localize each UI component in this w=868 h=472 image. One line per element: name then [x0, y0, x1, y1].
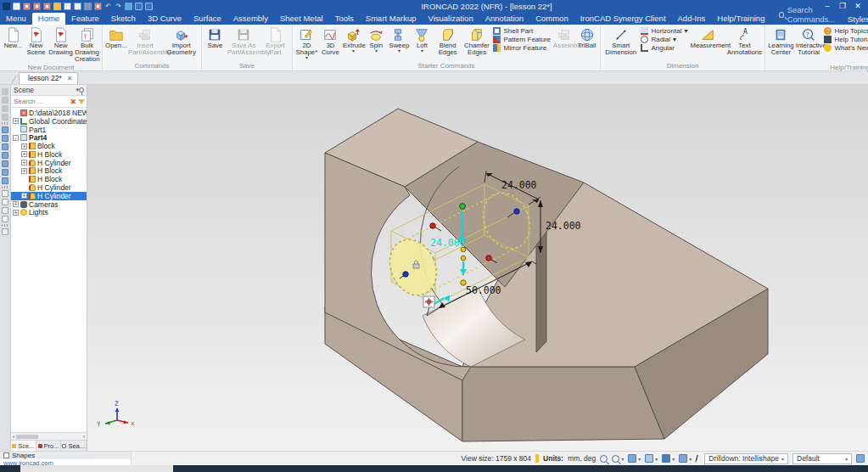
tree-item-block[interactable]: +Block	[11, 142, 87, 150]
config-icon[interactable]	[856, 454, 865, 463]
panel-tab-scene[interactable]: Sce...	[11, 441, 36, 451]
assemble-button[interactable]: Assemble	[552, 25, 575, 62]
handle-blue[interactable]	[403, 272, 408, 277]
shadow-toggle-icon[interactable]	[662, 454, 670, 463]
tab-smart-markup[interactable]: Smart Markup	[360, 13, 423, 25]
new-drawing-button[interactable]: New Drawing	[48, 25, 74, 64]
new-document-icon[interactable]	[13, 3, 20, 10]
tree-item-h-block[interactable]: +H Block	[11, 150, 87, 159]
catalog-tool-icon[interactable]	[2, 207, 8, 214]
learning-center-button[interactable]: Learning Center	[767, 25, 795, 64]
tab-visualization[interactable]: Visualization	[423, 13, 479, 25]
tab-sketch[interactable]: Sketch	[105, 13, 142, 25]
spin-button[interactable]: Spin▾	[365, 25, 388, 62]
catalog-shape-icon[interactable]	[2, 152, 8, 159]
resize-handle-green[interactable]	[460, 204, 466, 210]
3d-curve-button[interactable]: 3D Curve	[319, 25, 342, 62]
2d-shape-button[interactable]: 2D Shape*▾	[294, 25, 319, 62]
render-mode-icon[interactable]	[645, 454, 653, 463]
tree-item-h-cylinder[interactable]: H Cylinder	[11, 183, 87, 192]
catalog-shape-icon[interactable]	[2, 169, 8, 176]
catalog-shape-icon[interactable]	[2, 88, 8, 95]
tab-feature[interactable]: Feature	[65, 13, 105, 25]
shapes-bar[interactable]: Shapes	[0, 452, 131, 459]
open-button[interactable]: Open...	[104, 25, 127, 62]
tab-sheet-metal[interactable]: Sheet Metal	[274, 13, 329, 25]
scene-search-input[interactable]	[11, 98, 68, 105]
catalog-shape-icon[interactable]	[2, 143, 8, 150]
insert-part-assembly-button[interactable]: Insert Part/Assembly	[127, 25, 163, 62]
handle-yellow[interactable]	[461, 256, 466, 261]
radial-dimension-button[interactable]: Radial▾	[641, 36, 687, 43]
3d-viewport[interactable]: 24.000 24.000 50.000 24.000	[87, 85, 868, 451]
tab-tools[interactable]: Tools	[329, 13, 360, 25]
smart-dimension-button[interactable]: Smart Dimension	[602, 25, 639, 62]
import-geometry-button[interactable]: Import Geometry	[163, 25, 199, 62]
drilldown-dropdown[interactable]: Drilldown: Intellishape▾	[704, 453, 788, 464]
catalog-shape-icon[interactable]	[2, 160, 8, 167]
undo-icon[interactable]: ↶	[104, 3, 112, 10]
save-as-icon[interactable]	[74, 3, 81, 10]
tab-close-icon[interactable]: ✕	[67, 75, 73, 82]
snapshot-icon[interactable]	[135, 3, 143, 10]
redo-icon[interactable]: ↷	[115, 3, 122, 10]
handle-yellow[interactable]	[461, 247, 466, 252]
mirror-feature-button[interactable]: Mirror Feature	[493, 44, 551, 52]
new-scene-icon[interactable]	[23, 3, 31, 10]
zoom-out-icon[interactable]	[612, 455, 619, 463]
tree-item-h-cylinder[interactable]: +H Cylinder	[11, 159, 87, 167]
catalog-lock-icon[interactable]	[2, 228, 8, 235]
units-value[interactable]: mm, deg	[568, 454, 596, 463]
extrude-button[interactable]: Extrude▾	[342, 25, 365, 62]
help-topics-button[interactable]: ?Help Topics...	[824, 27, 868, 35]
camera-views-icon[interactable]	[628, 454, 636, 463]
tree-item-cameras[interactable]: +Cameras	[11, 200, 87, 209]
tab-assembly[interactable]: Assembly	[227, 13, 274, 25]
tree-horizontal-scrollbar[interactable]: ‹›	[11, 432, 87, 440]
bulk-drawing-icon[interactable]	[43, 3, 51, 10]
tab-menu[interactable]: Menu	[0, 13, 32, 25]
catalog-shape-icon[interactable]	[2, 97, 8, 104]
print-icon[interactable]	[84, 3, 92, 10]
restore-button[interactable]: ❐	[836, 2, 849, 10]
save-button[interactable]: Save	[204, 25, 227, 62]
clear-search-icon[interactable]: ✕	[68, 98, 78, 106]
new-button[interactable]: New...	[2, 25, 25, 64]
catalog-shape-icon[interactable]	[2, 177, 8, 184]
handle-red[interactable]	[430, 223, 435, 228]
tab-help-training[interactable]: Help/Training	[711, 13, 770, 25]
config-dropdown[interactable]: Default▾	[792, 453, 852, 464]
horizontal-dimension-button[interactable]: Horizontal▾	[641, 27, 687, 35]
catalog-tool-icon[interactable]	[2, 216, 8, 222]
close-button[interactable]: ✕	[851, 2, 865, 10]
handle-blue[interactable]	[514, 209, 519, 214]
chamfer-edges-button[interactable]: Chamfer Edges	[462, 25, 492, 62]
tree-item-scene-file[interactable]: D:\data\2018 NEW\Word...	[11, 109, 87, 117]
filter-icon[interactable]	[78, 99, 85, 104]
handle-red[interactable]	[486, 256, 491, 261]
tab-synergy-client[interactable]: IronCAD Synergy Client	[574, 13, 672, 25]
tab-add-ins[interactable]: Add-Ins	[672, 13, 712, 25]
panel-tab-search[interactable]: Sea...	[61, 441, 87, 451]
bulk-drawing-creation-button[interactable]: Bulk Drawing Creation	[74, 25, 100, 64]
command-search[interactable]: Search Commands...	[779, 5, 836, 24]
web-icon[interactable]	[125, 3, 132, 10]
interactive-tutorial-button[interactable]: Interactive Tutorial	[795, 25, 823, 64]
tree-item-h-cylinder-selected[interactable]: +H Cylinder	[11, 192, 87, 200]
tree-item-part4[interactable]: -Part4	[11, 133, 87, 142]
tab-surface[interactable]: Surface	[188, 13, 227, 25]
tree-item-h-block[interactable]: +H Block	[11, 167, 87, 176]
tree-item-lights[interactable]: +Lights	[11, 209, 87, 217]
angular-dimension-button[interactable]: Angular	[641, 44, 687, 52]
tree-item-h-block[interactable]: H Block	[11, 175, 87, 183]
panel-tab-properties[interactable]: Pro...	[36, 441, 62, 451]
help-tutorials-button[interactable]: Help Tutorials	[824, 36, 868, 43]
handle-yellow[interactable]	[461, 280, 466, 285]
shell-part-button[interactable]: Shell Part	[493, 27, 551, 35]
save-icon[interactable]	[64, 3, 71, 10]
measurement-button[interactable]: Measurement	[689, 25, 725, 62]
tree-item-global-coordinate-system[interactable]: +Global Coordinate Sys	[11, 117, 87, 126]
sweep-button[interactable]: Sweep▾	[388, 25, 411, 62]
catalog-shape-icon[interactable]	[2, 126, 8, 133]
tab-common[interactable]: Common	[529, 13, 574, 25]
